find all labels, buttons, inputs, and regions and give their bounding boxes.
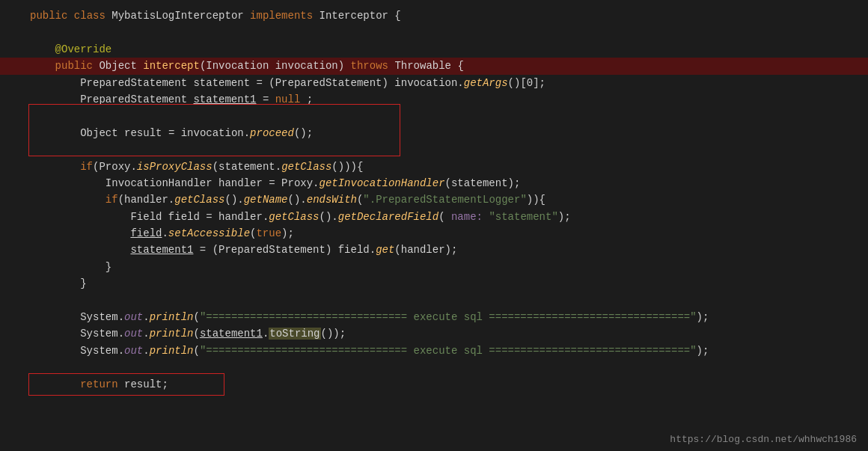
line-content bbox=[26, 108, 861, 124]
line-content bbox=[26, 359, 861, 375]
code-line-17: } bbox=[0, 275, 868, 292]
line-content: PreparedStatement statement1 = null ; bbox=[26, 91, 861, 108]
code-line-13: Field field = handler.getClass().getDecl… bbox=[0, 209, 868, 225]
code-line-9 bbox=[0, 141, 868, 158]
line-content: if(Proxy.isProxyClass(statement.getClass… bbox=[26, 159, 861, 175]
line-content bbox=[26, 141, 861, 158]
code-line-15: statement1 = (PreparedStatement) field.g… bbox=[0, 242, 868, 258]
code-line-3: @Override bbox=[0, 41, 868, 58]
code-line-11: InvocationHandler handler = Proxy.getInv… bbox=[0, 175, 868, 191]
line-content: PreparedStatement statement = (PreparedS… bbox=[26, 75, 861, 91]
line-content: field.setAccessible(true); bbox=[26, 225, 861, 242]
line-content: Object result = invocation.proceed(); bbox=[26, 125, 861, 141]
line-content bbox=[26, 24, 861, 40]
line-content: public class MybatisLogInterceptor imple… bbox=[26, 7, 861, 24]
line-content: Field field = handler.getClass().getDecl… bbox=[26, 209, 861, 225]
code-line-10: if(Proxy.isProxyClass(statement.getClass… bbox=[0, 159, 868, 175]
line-content: return result; bbox=[26, 376, 861, 393]
code-line-21: System.out.println("====================… bbox=[0, 343, 868, 359]
code-line-19: System.out.println("====================… bbox=[0, 309, 868, 325]
code-line-8: Object result = invocation.proceed(); bbox=[0, 125, 868, 141]
line-content: if(handler.getClass().getName().endsWith… bbox=[26, 191, 861, 208]
code-line-5: PreparedStatement statement = (PreparedS… bbox=[0, 75, 868, 91]
line-content: statement1 = (PreparedStatement) field.g… bbox=[26, 242, 861, 258]
code-line-12: if(handler.getClass().getName().endsWith… bbox=[0, 191, 868, 208]
code-line-20: System.out.println(statement1.toString()… bbox=[0, 325, 868, 342]
code-line-6: PreparedStatement statement1 = null ; bbox=[0, 91, 868, 108]
code-block: public class MybatisLogInterceptor imple… bbox=[0, 0, 868, 400]
code-line-2 bbox=[0, 24, 868, 40]
code-line-22 bbox=[0, 359, 868, 375]
blog-url: https://blog.csdn.net/whhwch1986 bbox=[670, 434, 857, 445]
line-content: System.out.println("====================… bbox=[26, 309, 861, 325]
line-content: } bbox=[26, 259, 861, 275]
code-line-7 bbox=[0, 108, 868, 124]
line-content: @Override bbox=[26, 41, 861, 58]
code-editor: public class MybatisLogInterceptor imple… bbox=[0, 0, 868, 451]
line-content: } bbox=[26, 275, 861, 292]
code-line-1: public class MybatisLogInterceptor imple… bbox=[0, 7, 868, 24]
code-line-23: return result; bbox=[0, 376, 868, 393]
code-line-14: field.setAccessible(true); bbox=[0, 225, 868, 242]
line-content bbox=[26, 292, 861, 309]
code-line-18 bbox=[0, 292, 868, 309]
line-content: InvocationHandler handler = Proxy.getInv… bbox=[26, 175, 861, 191]
line-content: System.out.println(statement1.toString()… bbox=[26, 325, 861, 342]
line-content: public Object intercept(Invocation invoc… bbox=[26, 58, 861, 74]
line-content: System.out.println("====================… bbox=[26, 343, 861, 359]
code-line-16: } bbox=[0, 259, 868, 275]
code-line-4: public Object intercept(Invocation invoc… bbox=[0, 58, 868, 74]
